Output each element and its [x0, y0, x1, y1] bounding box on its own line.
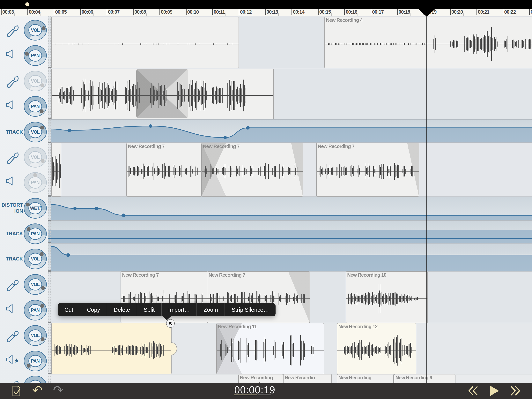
mute-button[interactable]: ★ — [5, 354, 19, 368]
crossfade-overlay — [217, 323, 242, 374]
track-settings-button[interactable] — [5, 23, 19, 38]
track-settings-button[interactable] — [5, 328, 19, 343]
fast-forward-button[interactable] — [509, 385, 521, 396]
mute-button[interactable] — [5, 303, 19, 318]
knob-label: WET/ — [30, 206, 40, 211]
automation-lane[interactable] — [48, 221, 532, 243]
automation-point[interactable] — [122, 213, 125, 217]
menu-item-delete[interactable]: Delete — [107, 303, 137, 316]
status-bar — [0, 0, 532, 9]
automation-point[interactable] — [246, 126, 250, 129]
automation-point[interactable] — [68, 129, 71, 132]
clip-name-label: New Recording 10 — [347, 272, 386, 278]
audio-clip[interactable]: New Recording 11 — [216, 323, 324, 374]
knob-face: VOL — [28, 75, 42, 87]
audio-clip[interactable] — [51, 17, 239, 68]
pan-knob[interactable]: PAN — [24, 224, 47, 244]
playhead-line[interactable] — [426, 9, 427, 383]
time-ruler[interactable]: 00:0300:0400:0500:0600:0700:0800:0900:10… — [0, 9, 532, 16]
ruler-tick-label: 00:16 — [346, 9, 357, 15]
menu-item-cut[interactable]: Cut — [58, 303, 80, 316]
audio-clip[interactable]: New Recording 12 — [337, 323, 416, 374]
ruler-tick-label: 00:09 — [161, 9, 172, 15]
undo-icon: ↶ — [32, 384, 43, 396]
pan-knob[interactable]: PAN — [24, 172, 47, 193]
menu-item-split[interactable]: Split — [137, 303, 161, 316]
volume-knob[interactable]: VOL — [24, 20, 47, 40]
sidebar-divider[interactable] — [50, 16, 51, 383]
clip-name-label: New Recordin — [285, 375, 315, 380]
selected-region-overlay[interactable] — [136, 69, 188, 118]
audio-clip[interactable] — [51, 323, 171, 374]
volume-knob[interactable]: VOL — [24, 122, 47, 142]
ruler-minor-tick — [14, 13, 15, 16]
crossfade-overlay — [202, 143, 226, 196]
edit-list-button[interactable] — [11, 385, 21, 397]
row-divider-mark — [48, 373, 51, 374]
ruler-minor-tick — [278, 13, 279, 16]
undo-button[interactable]: ↶ — [32, 384, 43, 396]
wet-dry-knob[interactable]: WET/ — [24, 198, 47, 219]
ruler-tick-label: 00:03 — [2, 9, 14, 15]
automation-point[interactable] — [73, 207, 77, 210]
automation-lane[interactable] — [48, 197, 532, 221]
knob-position-dot — [40, 252, 44, 256]
ruler-minor-tick — [331, 13, 332, 16]
ruler-tick — [107, 9, 107, 15]
audio-clip[interactable]: New Recording 7 — [126, 143, 202, 197]
play-icon — [490, 386, 499, 396]
time-display[interactable]: 00:00:19 — [234, 384, 275, 396]
sidebar-divider[interactable] — [48, 16, 49, 383]
menu-item-copy[interactable]: Copy — [80, 303, 107, 316]
volume-knob[interactable]: VOL — [24, 249, 47, 269]
ruler-tick-label: 00:05 — [55, 9, 67, 15]
ruler-tick — [186, 9, 187, 15]
mute-button[interactable] — [5, 175, 19, 190]
play-button[interactable] — [490, 386, 499, 396]
automation-point[interactable] — [66, 253, 70, 257]
knob-label: VOL — [31, 256, 39, 262]
ruler-tick — [529, 9, 530, 15]
menu-item-import[interactable]: Import… — [161, 303, 196, 316]
track-settings-button[interactable] — [5, 277, 19, 292]
automation-line[interactable] — [48, 238, 532, 239]
pan-knob[interactable]: PAN — [24, 45, 47, 66]
wrench-icon — [5, 74, 19, 89]
ruler-tick-label: 00:18 — [399, 9, 410, 15]
multitrack-editor: New Recording 4New Recording 7New Record… — [0, 0, 532, 399]
redo-button[interactable]: ↷ — [53, 384, 63, 396]
audio-clip[interactable] — [51, 143, 61, 197]
audio-clip[interactable]: New Recording 10 — [346, 271, 428, 323]
volume-knob[interactable]: VOL — [24, 147, 47, 167]
row-divider-mark — [48, 142, 51, 143]
volume-knob[interactable]: VOL — [24, 71, 47, 91]
audio-clip[interactable]: New Recording 4 — [324, 17, 532, 68]
ruler-minor-tick — [463, 13, 464, 16]
mute-button[interactable] — [5, 48, 19, 63]
volume-knob[interactable]: VOL — [24, 325, 47, 346]
drag-cursor-badge[interactable] — [166, 319, 175, 328]
track-settings-button[interactable] — [5, 150, 19, 165]
knob-face: WET/ — [28, 202, 42, 214]
automation-lane[interactable] — [48, 243, 532, 272]
automation-point[interactable] — [223, 136, 227, 139]
audio-clip[interactable]: New Recording 7 — [316, 143, 419, 197]
pan-knob[interactable]: PAN — [24, 351, 47, 371]
rewind-button[interactable] — [467, 385, 480, 396]
audio-clip[interactable]: New Recording 7 — [201, 143, 303, 197]
automation-lane[interactable] — [48, 119, 532, 143]
pan-knob[interactable]: PAN — [24, 300, 47, 321]
playhead-marker[interactable] — [418, 9, 435, 17]
ruler-tick-label: 00:21 — [478, 9, 489, 15]
ruler-tick-label: 00:12 — [240, 9, 252, 15]
menu-item-zoom[interactable]: Zoom — [196, 303, 225, 316]
knob-label: PAN — [31, 53, 39, 58]
pan-knob[interactable]: PAN — [24, 96, 47, 117]
volume-knob[interactable]: VOL — [24, 274, 47, 295]
menu-item-strip-silence[interactable]: Strip Silence… — [225, 303, 276, 316]
automation-point[interactable] — [95, 207, 98, 210]
track-settings-button[interactable] — [5, 74, 19, 89]
automation-point[interactable] — [149, 124, 152, 128]
knob-position-dot — [27, 364, 31, 368]
mute-button[interactable] — [5, 99, 19, 114]
